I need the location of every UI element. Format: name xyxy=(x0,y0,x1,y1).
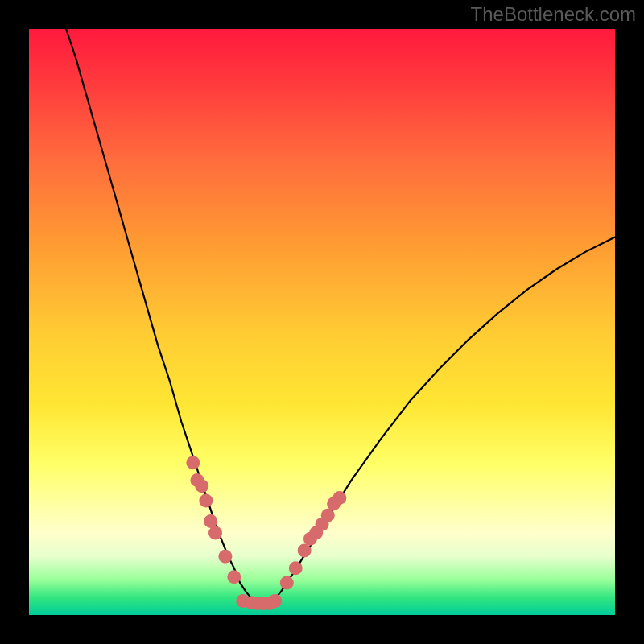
marker-dot xyxy=(280,576,294,589)
marker-dot xyxy=(332,491,346,505)
chart-svg xyxy=(29,29,615,615)
marker-dot xyxy=(227,570,241,584)
marker-dot xyxy=(289,561,303,575)
marker-dot xyxy=(186,456,200,469)
marker-dot xyxy=(218,550,232,564)
plot-area xyxy=(29,29,615,615)
marker-dot xyxy=(298,543,312,557)
marker-dot xyxy=(204,514,217,528)
bottleneck-curve xyxy=(64,29,615,603)
marker-dot xyxy=(208,526,222,540)
marker-dot xyxy=(199,494,213,508)
marker-cluster xyxy=(186,456,346,610)
marker-dot xyxy=(268,594,282,608)
marker-dot xyxy=(195,479,208,493)
marker-dot xyxy=(321,509,335,522)
watermark-text: TheBottleneck.com xyxy=(471,3,636,26)
